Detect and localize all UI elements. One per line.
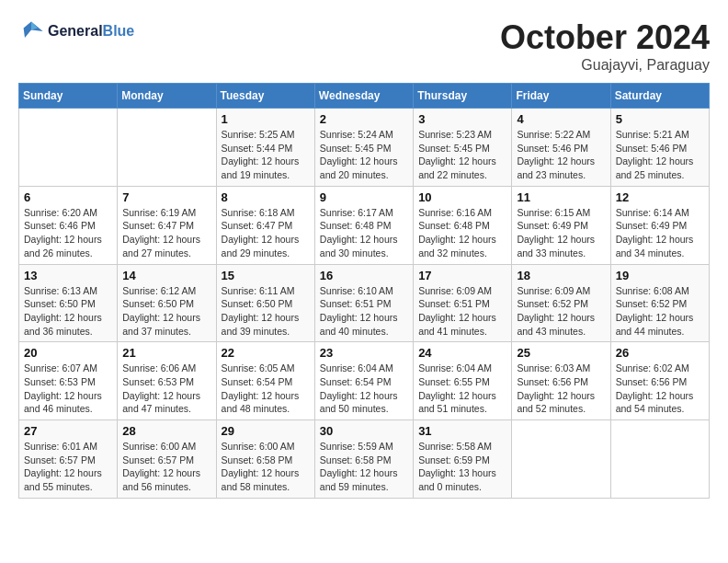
calendar-cell: 23Sunrise: 6:04 AM Sunset: 6:54 PM Dayli… — [314, 342, 413, 420]
day-info: Sunrise: 5:25 AM Sunset: 5:44 PM Dayligh… — [222, 128, 310, 182]
day-number: 20 — [24, 346, 112, 360]
calendar-cell: 22Sunrise: 6:05 AM Sunset: 6:54 PM Dayli… — [216, 342, 314, 420]
day-number: 4 — [517, 112, 605, 126]
weekday-header: SundayMondayTuesdayWednesdayThursdayFrid… — [19, 84, 710, 109]
day-number: 15 — [222, 269, 310, 282]
calendar-cell — [610, 420, 709, 499]
weekday-header-cell: Thursday — [414, 84, 512, 109]
day-number: 26 — [616, 346, 704, 360]
day-info: Sunrise: 6:15 AM Sunset: 6:49 PM Dayligh… — [517, 206, 605, 260]
day-info: Sunrise: 6:14 AM Sunset: 6:49 PM Dayligh… — [616, 206, 704, 260]
day-number: 24 — [418, 346, 506, 360]
calendar-week: 13Sunrise: 6:13 AM Sunset: 6:50 PM Dayli… — [19, 264, 710, 342]
logo: GeneralBlue — [18, 18, 134, 44]
day-info: Sunrise: 6:08 AM Sunset: 6:52 PM Dayligh… — [616, 284, 704, 339]
calendar-cell: 3Sunrise: 5:23 AM Sunset: 5:45 PM Daylig… — [414, 109, 512, 187]
day-info: Sunrise: 5:23 AM Sunset: 5:45 PM Dayligh… — [418, 128, 506, 182]
day-info: Sunrise: 6:06 AM Sunset: 6:53 PM Dayligh… — [122, 362, 210, 416]
calendar-cell: 17Sunrise: 6:09 AM Sunset: 6:51 PM Dayli… — [414, 264, 512, 342]
day-number: 3 — [418, 112, 506, 126]
weekday-header-cell: Friday — [512, 84, 610, 109]
day-number: 31 — [418, 424, 506, 438]
calendar-week: 20Sunrise: 6:07 AM Sunset: 6:53 PM Dayli… — [19, 342, 710, 420]
day-number: 13 — [24, 269, 112, 282]
month-title: October 2024 — [500, 18, 710, 57]
day-info: Sunrise: 6:19 AM Sunset: 6:47 PM Dayligh… — [122, 206, 210, 260]
day-info: Sunrise: 6:17 AM Sunset: 6:48 PM Dayligh… — [320, 206, 408, 260]
calendar-cell: 13Sunrise: 6:13 AM Sunset: 6:50 PM Dayli… — [19, 264, 118, 342]
day-number: 14 — [122, 269, 210, 282]
calendar-cell — [19, 109, 118, 187]
logo-icon — [18, 18, 44, 44]
title-area: October 2024 Guajayvi, Paraguay — [500, 18, 710, 74]
calendar-cell: 10Sunrise: 6:16 AM Sunset: 6:48 PM Dayli… — [414, 186, 512, 264]
day-info: Sunrise: 6:20 AM Sunset: 6:46 PM Dayligh… — [24, 206, 112, 260]
day-info: Sunrise: 5:21 AM Sunset: 5:46 PM Dayligh… — [616, 128, 704, 182]
calendar-cell: 20Sunrise: 6:07 AM Sunset: 6:53 PM Dayli… — [19, 342, 118, 420]
day-number: 12 — [616, 190, 704, 204]
calendar-cell: 7Sunrise: 6:19 AM Sunset: 6:47 PM Daylig… — [118, 186, 216, 264]
day-info: Sunrise: 6:09 AM Sunset: 6:51 PM Dayligh… — [418, 284, 506, 339]
day-number: 19 — [616, 269, 704, 282]
day-number: 30 — [320, 424, 408, 438]
day-info: Sunrise: 6:11 AM Sunset: 6:50 PM Dayligh… — [222, 284, 310, 339]
calendar-cell: 30Sunrise: 5:59 AM Sunset: 6:58 PM Dayli… — [314, 420, 413, 499]
calendar-cell: 16Sunrise: 6:10 AM Sunset: 6:51 PM Dayli… — [314, 264, 413, 342]
calendar-cell: 12Sunrise: 6:14 AM Sunset: 6:49 PM Dayli… — [610, 186, 709, 264]
day-number: 29 — [222, 424, 310, 438]
calendar-cell: 11Sunrise: 6:15 AM Sunset: 6:49 PM Dayli… — [512, 186, 610, 264]
day-info: Sunrise: 6:04 AM Sunset: 6:54 PM Dayligh… — [320, 362, 408, 416]
day-info: Sunrise: 6:01 AM Sunset: 6:57 PM Dayligh… — [24, 440, 112, 494]
calendar-cell — [118, 109, 216, 187]
calendar-cell: 14Sunrise: 6:12 AM Sunset: 6:50 PM Dayli… — [118, 264, 216, 342]
day-number: 8 — [222, 190, 310, 204]
logo-text: GeneralBlue — [48, 23, 134, 40]
day-number: 25 — [517, 346, 605, 360]
day-number: 9 — [320, 190, 408, 204]
day-number: 28 — [122, 424, 210, 438]
calendar-cell: 24Sunrise: 6:04 AM Sunset: 6:55 PM Dayli… — [414, 342, 512, 420]
calendar-cell — [512, 420, 610, 499]
calendar-cell: 28Sunrise: 6:00 AM Sunset: 6:57 PM Dayli… — [118, 420, 216, 499]
day-info: Sunrise: 5:24 AM Sunset: 5:45 PM Dayligh… — [320, 128, 408, 182]
calendar-cell: 15Sunrise: 6:11 AM Sunset: 6:50 PM Dayli… — [216, 264, 314, 342]
calendar-cell: 27Sunrise: 6:01 AM Sunset: 6:57 PM Dayli… — [19, 420, 118, 499]
day-number: 5 — [616, 112, 704, 126]
day-info: Sunrise: 6:12 AM Sunset: 6:50 PM Dayligh… — [122, 284, 210, 339]
day-info: Sunrise: 6:03 AM Sunset: 6:56 PM Dayligh… — [517, 362, 605, 416]
calendar-cell: 25Sunrise: 6:03 AM Sunset: 6:56 PM Dayli… — [512, 342, 610, 420]
calendar-cell: 9Sunrise: 6:17 AM Sunset: 6:48 PM Daylig… — [314, 186, 413, 264]
day-number: 23 — [320, 346, 408, 360]
calendar-cell: 6Sunrise: 6:20 AM Sunset: 6:46 PM Daylig… — [19, 186, 118, 264]
calendar-cell: 18Sunrise: 6:09 AM Sunset: 6:52 PM Dayli… — [512, 264, 610, 342]
day-info: Sunrise: 5:59 AM Sunset: 6:58 PM Dayligh… — [320, 440, 408, 494]
day-info: Sunrise: 6:16 AM Sunset: 6:48 PM Dayligh… — [418, 206, 506, 260]
day-info: Sunrise: 6:00 AM Sunset: 6:58 PM Dayligh… — [222, 440, 310, 494]
calendar-cell: 8Sunrise: 6:18 AM Sunset: 6:47 PM Daylig… — [216, 186, 314, 264]
day-number: 27 — [24, 424, 112, 438]
day-number: 18 — [517, 269, 605, 282]
day-info: Sunrise: 5:58 AM Sunset: 6:59 PM Dayligh… — [418, 440, 506, 494]
day-info: Sunrise: 6:09 AM Sunset: 6:52 PM Dayligh… — [517, 284, 605, 339]
day-info: Sunrise: 6:05 AM Sunset: 6:54 PM Dayligh… — [222, 362, 310, 416]
calendar-body: 1Sunrise: 5:25 AM Sunset: 5:44 PM Daylig… — [19, 109, 710, 499]
calendar-week: 6Sunrise: 6:20 AM Sunset: 6:46 PM Daylig… — [19, 186, 710, 264]
day-number: 21 — [122, 346, 210, 360]
day-number: 2 — [320, 112, 408, 126]
calendar-cell: 2Sunrise: 5:24 AM Sunset: 5:45 PM Daylig… — [314, 109, 413, 187]
weekday-header-cell: Wednesday — [314, 84, 413, 109]
day-info: Sunrise: 6:07 AM Sunset: 6:53 PM Dayligh… — [24, 362, 112, 416]
calendar-cell: 31Sunrise: 5:58 AM Sunset: 6:59 PM Dayli… — [414, 420, 512, 499]
day-number: 6 — [24, 190, 112, 204]
day-number: 11 — [517, 190, 605, 204]
calendar-cell: 5Sunrise: 5:21 AM Sunset: 5:46 PM Daylig… — [610, 109, 709, 187]
day-info: Sunrise: 6:04 AM Sunset: 6:55 PM Dayligh… — [418, 362, 506, 416]
day-number: 16 — [320, 269, 408, 282]
calendar-cell: 29Sunrise: 6:00 AM Sunset: 6:58 PM Dayli… — [216, 420, 314, 499]
calendar-cell: 26Sunrise: 6:02 AM Sunset: 6:56 PM Dayli… — [610, 342, 709, 420]
day-info: Sunrise: 6:00 AM Sunset: 6:57 PM Dayligh… — [122, 440, 210, 494]
weekday-header-cell: Saturday — [610, 84, 709, 109]
calendar-cell: 21Sunrise: 6:06 AM Sunset: 6:53 PM Dayli… — [118, 342, 216, 420]
day-number: 10 — [418, 190, 506, 204]
weekday-header-cell: Sunday — [19, 84, 118, 109]
